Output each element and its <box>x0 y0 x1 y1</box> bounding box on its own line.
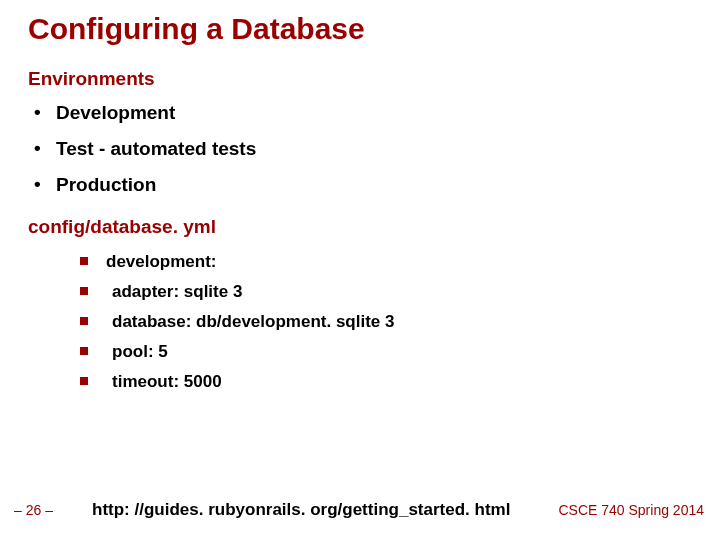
list-item: Test - automated tests <box>28 138 692 160</box>
list-item: pool: 5 <box>80 342 692 362</box>
footer-url: http: //guides. rubyonrails. org/getting… <box>64 500 554 520</box>
page-number: – 26 – <box>14 502 64 518</box>
list-item: development: <box>80 252 692 272</box>
config-section: config/database. yml development: adapte… <box>28 216 692 392</box>
config-value: database: db/development. sqlite 3 <box>112 312 394 331</box>
config-value: timeout: 5000 <box>112 372 222 391</box>
slide: Configuring a Database Environments Deve… <box>0 0 720 540</box>
config-value: pool: 5 <box>112 342 168 361</box>
environments-list: Development Test - automated tests Produ… <box>28 102 692 196</box>
list-item: Development <box>28 102 692 124</box>
list-item: database: db/development. sqlite 3 <box>80 312 692 332</box>
course-label: CSCE 740 Spring 2014 <box>554 502 704 518</box>
list-item: adapter: sqlite 3 <box>80 282 692 302</box>
list-item: Production <box>28 174 692 196</box>
config-value: adapter: sqlite 3 <box>112 282 242 301</box>
footer: – 26 – http: //guides. rubyonrails. org/… <box>0 500 720 520</box>
section-environments-label: Environments <box>28 68 692 90</box>
config-list: development: adapter: sqlite 3 database:… <box>28 252 692 392</box>
config-file-label: config/database. yml <box>28 216 692 238</box>
list-item: timeout: 5000 <box>80 372 692 392</box>
page-title: Configuring a Database <box>28 12 692 46</box>
